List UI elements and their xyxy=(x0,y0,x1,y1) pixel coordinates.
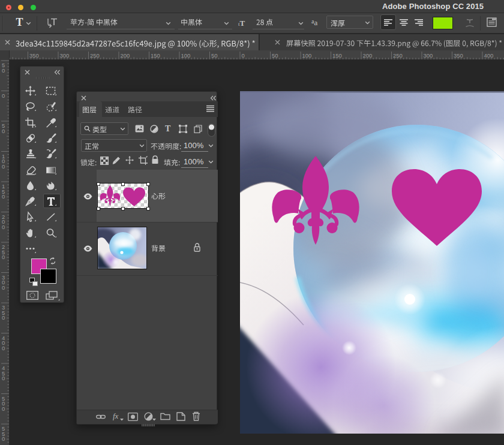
svg-text:0: 0 xyxy=(2,405,5,412)
svg-text:0: 0 xyxy=(2,163,5,170)
svg-text:0: 0 xyxy=(2,254,5,260)
svg-text:100: 100 xyxy=(181,52,191,59)
svg-text:0: 0 xyxy=(2,67,5,74)
svg-text:300: 300 xyxy=(424,52,433,59)
svg-text:0: 0 xyxy=(2,314,5,321)
svg-text:150: 150 xyxy=(332,52,342,59)
svg-text:0: 0 xyxy=(2,128,5,134)
svg-text:0: 0 xyxy=(2,284,5,291)
svg-text:250: 250 xyxy=(393,52,403,59)
svg-text:300: 300 xyxy=(60,52,70,59)
svg-text:100: 100 xyxy=(302,52,312,59)
svg-text:250: 250 xyxy=(90,52,100,59)
svg-text:400: 400 xyxy=(484,52,494,59)
svg-text:0: 0 xyxy=(2,345,5,351)
svg-text:0: 0 xyxy=(2,375,5,381)
svg-text:0: 0 xyxy=(2,193,5,200)
svg-text:150: 150 xyxy=(151,52,160,59)
svg-text:50: 50 xyxy=(211,52,218,59)
svg-text:350: 350 xyxy=(454,52,463,59)
svg-text:0: 0 xyxy=(2,224,5,230)
svg-text:0: 0 xyxy=(242,52,245,59)
svg-text:0: 0 xyxy=(2,435,5,442)
svg-text:350: 350 xyxy=(29,52,39,59)
svg-text:200: 200 xyxy=(363,52,373,59)
svg-text:0: 0 xyxy=(2,92,5,99)
svg-text:200: 200 xyxy=(121,52,130,59)
svg-text:50: 50 xyxy=(272,52,278,59)
